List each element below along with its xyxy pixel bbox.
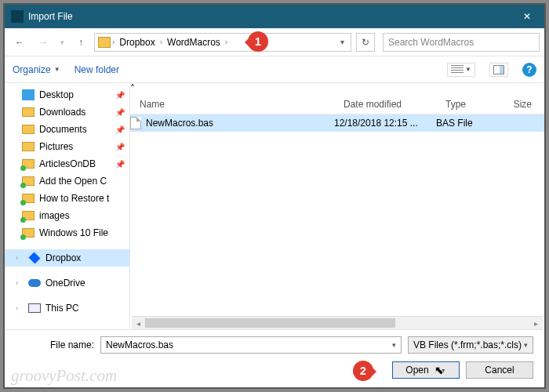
- folder-icon: [22, 107, 35, 117]
- chevron-right-icon: ›: [225, 38, 227, 46]
- thispc-icon: [28, 303, 41, 313]
- pin-icon: 📌: [115, 91, 125, 100]
- sidebar-item[interactable]: Documents 📌: [5, 121, 129, 138]
- close-button[interactable]: ✕: [509, 5, 544, 28]
- sidebar-root-thispc[interactable]: › This PC: [5, 299, 129, 317]
- file-row[interactable]: NewMacros.bas 12/18/2018 12:15 ... BAS F…: [130, 114, 544, 132]
- search-placeholder: Search WordMacros: [388, 37, 474, 48]
- open-button-label: Open: [405, 365, 428, 376]
- file-type: BAS File: [436, 118, 491, 129]
- sidebar-item-label: This PC: [45, 303, 79, 314]
- folder-icon: [98, 37, 111, 48]
- sidebar-item[interactable]: ArticlesOnDB 📌: [5, 155, 129, 172]
- filename-input[interactable]: NewMacros.bas ▾: [100, 336, 402, 354]
- window-title: Import File: [28, 11, 509, 22]
- file-list-pane: ˄ Name Date modified Type Size NewMacros…: [130, 83, 544, 329]
- pin-icon: 📌: [115, 108, 125, 117]
- sidebar-item[interactable]: Add the Open C: [5, 172, 129, 190]
- sidebar-item-label: Downloads: [39, 107, 85, 118]
- sidebar-item-label: Pictures: [39, 141, 73, 152]
- sidebar-item-label: Add the Open C: [39, 176, 107, 187]
- help-button[interactable]: ?: [522, 63, 536, 77]
- pin-icon: 📌: [115, 125, 125, 134]
- recent-caret[interactable]: ▾: [56, 32, 67, 53]
- sidebar-item-label: images: [39, 210, 70, 221]
- navbar: ← → ▾ ↑ › Dropbox › WordMacros › ▾ ↻ Sea…: [5, 28, 544, 56]
- dropbox-icon: [29, 252, 41, 264]
- preview-pane-button[interactable]: [489, 63, 508, 77]
- sidebar-item[interactable]: Desktop 📌: [5, 86, 129, 103]
- onedrive-icon: [28, 279, 41, 287]
- annotation-2: 2: [353, 361, 373, 381]
- desktop-icon: [22, 89, 35, 100]
- pin-icon: 📌: [115, 160, 125, 169]
- column-header-type[interactable]: Type: [436, 99, 491, 110]
- list-view-icon: [451, 65, 464, 74]
- chevron-down-icon[interactable]: ▾: [392, 341, 396, 349]
- scroll-left-icon[interactable]: ◂: [132, 319, 145, 328]
- scroll-thumb[interactable]: [145, 318, 395, 328]
- file-name: NewMacros.bas: [146, 118, 213, 129]
- up-button[interactable]: ↑: [71, 32, 91, 53]
- refresh-button[interactable]: ↻: [356, 33, 375, 52]
- file-type-select[interactable]: VB Files (*.frm;*.bas;*.cls) ▾: [408, 336, 533, 354]
- footer-panel: File name: NewMacros.bas ▾ VB Files (*.f…: [5, 329, 544, 387]
- chevron-right-icon[interactable]: ›: [16, 304, 24, 312]
- pin-icon: 📌: [115, 143, 125, 151]
- sidebar-item[interactable]: How to Restore t: [5, 190, 129, 207]
- view-options-button[interactable]: ▼: [447, 63, 475, 77]
- titlebar: Import File ✕: [5, 5, 544, 28]
- forward-button[interactable]: →: [33, 32, 53, 53]
- organize-menu[interactable]: Organize: [13, 64, 51, 75]
- new-folder-button[interactable]: New folder: [75, 64, 119, 75]
- annotation-1: 1: [248, 31, 268, 52]
- breadcrumb[interactable]: Dropbox: [116, 35, 158, 49]
- cancel-button[interactable]: Cancel: [466, 361, 533, 379]
- sidebar-item[interactable]: images: [5, 207, 129, 224]
- toolbar: Organize ▼ New folder ▼ ?: [5, 56, 544, 83]
- cursor-icon: ⬉: [434, 364, 444, 376]
- horizontal-scrollbar[interactable]: ◂ ▸: [132, 316, 543, 329]
- file-type-value: VB Files (*.frm;*.bas;*.cls): [413, 339, 522, 350]
- sort-indicator: ˄: [130, 83, 544, 94]
- app-icon: [11, 10, 24, 23]
- chevron-down-icon: ▾: [524, 341, 528, 349]
- chevron-right-icon: ›: [160, 38, 162, 46]
- chevron-right-icon[interactable]: ›: [16, 254, 24, 262]
- chevron-down-icon: ▼: [54, 66, 60, 73]
- sidebar-item-label: Desktop: [39, 89, 74, 100]
- folder-icon: [22, 194, 35, 203]
- address-bar[interactable]: › Dropbox › WordMacros › ▾: [94, 33, 351, 52]
- cancel-button-label: Cancel: [485, 365, 514, 376]
- chevron-right-icon[interactable]: ›: [16, 279, 24, 287]
- sidebar-root-dropbox[interactable]: › Dropbox: [5, 249, 129, 267]
- sidebar-item-label: Dropbox: [45, 252, 81, 263]
- address-history-caret[interactable]: ▾: [337, 38, 347, 46]
- sidebar-item-label: How to Restore t: [39, 193, 109, 204]
- sidebar-item-label: ArticlesOnDB: [39, 158, 96, 169]
- scroll-right-icon[interactable]: ▸: [529, 319, 543, 328]
- file-icon: [130, 117, 141, 129]
- folder-icon: [22, 159, 35, 169]
- folder-icon: [22, 211, 35, 220]
- sidebar: Desktop 📌 Downloads 📌 Documents 📌 Pictur…: [5, 83, 130, 329]
- breadcrumb[interactable]: WordMacros: [164, 35, 224, 49]
- sidebar-root-onedrive[interactable]: › OneDrive: [5, 274, 129, 292]
- folder-icon: [22, 176, 35, 186]
- sidebar-item-label: Windows 10 File: [39, 227, 108, 238]
- column-header-date[interactable]: Date modified: [334, 99, 436, 110]
- filename-value: NewMacros.bas: [106, 339, 173, 350]
- column-headers: Name Date modified Type Size: [130, 94, 544, 114]
- sidebar-item[interactable]: Pictures 📌: [5, 138, 129, 155]
- folder-icon: [22, 125, 35, 134]
- open-button[interactable]: Open ▼: [392, 361, 460, 379]
- back-button[interactable]: ←: [9, 32, 30, 53]
- search-input[interactable]: Search WordMacros: [383, 33, 540, 52]
- column-header-name[interactable]: Name: [130, 99, 334, 110]
- sidebar-item-label: Documents: [39, 124, 87, 135]
- sidebar-item[interactable]: Downloads 📌: [5, 103, 129, 121]
- file-date: 12/18/2018 12:15 ...: [334, 118, 436, 129]
- sidebar-item[interactable]: Windows 10 File: [5, 224, 129, 241]
- column-header-size[interactable]: Size: [491, 99, 544, 110]
- folder-icon: [22, 228, 35, 238]
